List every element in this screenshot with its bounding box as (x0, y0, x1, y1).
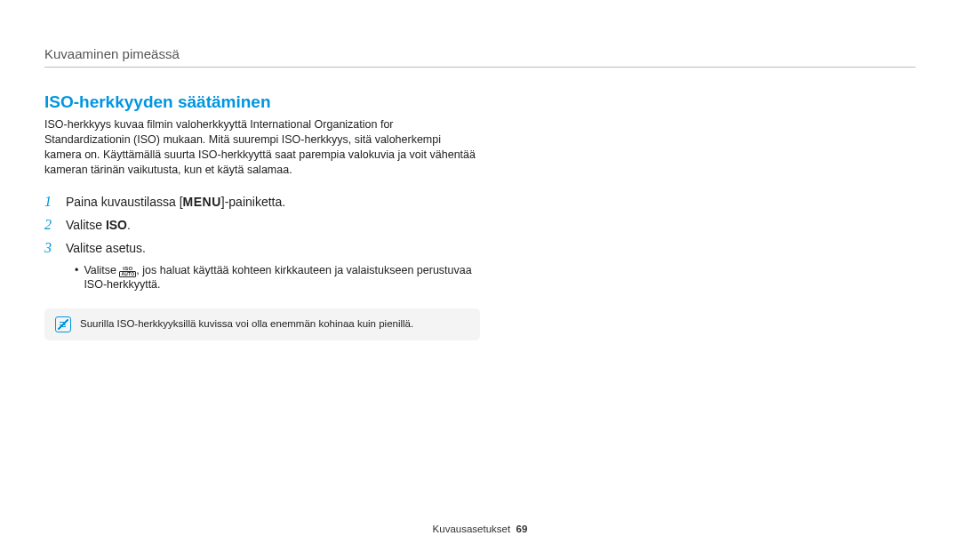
iso-icon-bottom: AUTO (119, 271, 136, 277)
divider (44, 67, 916, 68)
page: Kuvaaminen pimeässä ISO-herkkyyden säätä… (0, 0, 960, 560)
step-prefix: Paina kuvaustilassa [ (66, 195, 183, 209)
section-heading: ISO-herkkyyden säätäminen (44, 92, 480, 112)
step-number: 2 (44, 217, 57, 233)
step-number: 1 (44, 194, 57, 210)
step-2: 2 Valitse ISO. (44, 217, 480, 233)
note-box: Suurilla ISO-herkkyyksillä kuvissa voi o… (44, 308, 480, 340)
page-footer: Kuvausasetukset 69 (0, 524, 960, 534)
step-list: 1 Paina kuvaustilassa [MENU]-painiketta.… (44, 194, 480, 256)
step-number: 3 (44, 240, 57, 256)
step-text: Valitse ISO. (66, 218, 131, 232)
step-text: Valitse asetus. (66, 241, 146, 255)
intro-paragraph: ISO-herkkyys kuvaa filmin valoherkkyyttä… (44, 117, 480, 178)
sub-bullets: • Valitse ISOAUTO, jos haluat käyttää ko… (44, 263, 480, 293)
iso-auto-icon: ISOAUTO (119, 266, 136, 277)
breadcrumb: Kuvaaminen pimeässä (44, 46, 916, 61)
step-prefix: Valitse (66, 218, 106, 232)
note-icon (55, 316, 71, 332)
bullet-prefix: Valitse (84, 264, 119, 276)
step-1: 1 Paina kuvaustilassa [MENU]-painiketta. (44, 194, 480, 210)
bullet-row: • Valitse ISOAUTO, jos haluat käyttää ko… (75, 263, 480, 293)
bullet-suffix: , jos haluat käyttää kohteen kirkkauteen… (84, 264, 471, 292)
step-suffix: ]-painiketta. (221, 195, 285, 209)
menu-button-label: MENU (183, 195, 221, 209)
bullet-text: Valitse ISOAUTO, jos haluat käyttää koht… (84, 263, 480, 293)
main-content: ISO-herkkyyden säätäminen ISO-herkkyys k… (44, 92, 480, 340)
step-suffix: . (127, 218, 131, 232)
note-text: Suurilla ISO-herkkyyksillä kuvissa voi o… (80, 316, 413, 329)
footer-section: Kuvausasetukset (433, 524, 511, 534)
footer-page-number: 69 (516, 524, 528, 534)
step-text: Paina kuvaustilassa [MENU]-painiketta. (66, 195, 285, 209)
step-3: 3 Valitse asetus. (44, 240, 480, 256)
step-bold: ISO (106, 218, 127, 232)
bullet-dot: • (75, 263, 78, 293)
